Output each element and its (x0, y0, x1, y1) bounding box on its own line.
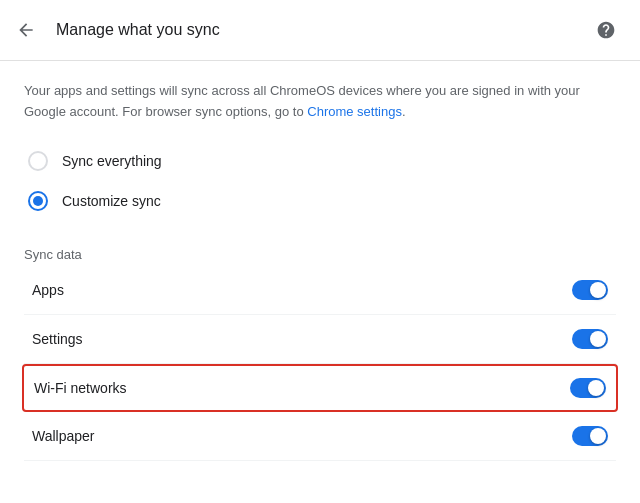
radio-selected-indicator (33, 196, 43, 206)
description-before-link: Your apps and settings will sync across … (24, 83, 580, 119)
sync-data-title: Sync data (24, 247, 616, 262)
sync-item-wifi: Wi-Fi networks (22, 364, 618, 412)
sync-data-section: Sync data Apps Settings (24, 247, 616, 461)
sync-items-list: Apps Settings (24, 266, 616, 461)
page-container: Manage what you sync Your apps and setti… (0, 0, 640, 481)
settings-toggle[interactable] (572, 329, 608, 349)
back-button[interactable] (8, 12, 44, 48)
radio-group: Sync everything Customize sync (24, 143, 616, 219)
sync-everything-label: Sync everything (62, 153, 162, 169)
wifi-slider (570, 378, 606, 398)
customize-sync-option[interactable]: Customize sync (24, 183, 616, 219)
apps-toggle[interactable] (572, 280, 608, 300)
description-after-link: . (402, 104, 406, 119)
wifi-knob (588, 380, 604, 396)
help-button[interactable] (588, 12, 624, 48)
wifi-toggle[interactable] (570, 378, 606, 398)
apps-knob (590, 282, 606, 298)
apps-label: Apps (32, 282, 64, 298)
customize-sync-label: Customize sync (62, 193, 161, 209)
page-title: Manage what you sync (56, 21, 220, 39)
chrome-settings-link[interactable]: Chrome settings (307, 104, 402, 119)
wallpaper-toggle[interactable] (572, 426, 608, 446)
settings-slider (572, 329, 608, 349)
apps-slider (572, 280, 608, 300)
header-left: Manage what you sync (8, 12, 220, 48)
header: Manage what you sync (0, 0, 640, 61)
wallpaper-label: Wallpaper (32, 428, 95, 444)
sync-item-wallpaper: Wallpaper (24, 412, 616, 461)
settings-label: Settings (32, 331, 83, 347)
wallpaper-slider (572, 426, 608, 446)
wifi-label: Wi-Fi networks (34, 380, 127, 396)
sync-everything-option[interactable]: Sync everything (24, 143, 616, 179)
sync-item-apps: Apps (24, 266, 616, 315)
settings-knob (590, 331, 606, 347)
description-text: Your apps and settings will sync across … (24, 81, 616, 123)
sync-everything-radio (28, 151, 48, 171)
wallpaper-knob (590, 428, 606, 444)
sync-item-settings: Settings (24, 315, 616, 364)
customize-sync-radio (28, 191, 48, 211)
content: Your apps and settings will sync across … (0, 61, 640, 481)
